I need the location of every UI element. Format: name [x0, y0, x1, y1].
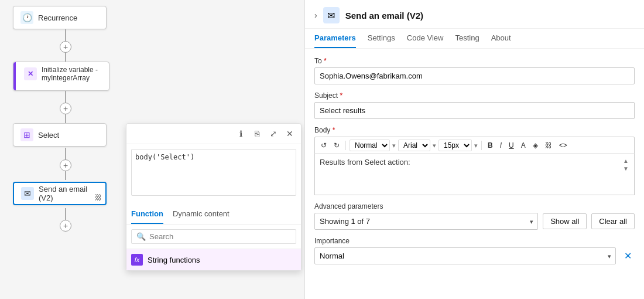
body-toolbar: ↺ ↻ Normal ▾ Arial ▾ 15px ▾ B I U [314, 137, 635, 154]
node-select[interactable]: ⊞ Select [13, 123, 107, 147]
importance-delete-button[interactable]: ✕ [621, 249, 635, 263]
right-panel-body: To * Subject * Body * ↺ ↻ Normal ▾ [305, 49, 644, 299]
font-chevron: ▾ [433, 142, 436, 150]
string-functions-icon: fx [131, 254, 143, 266]
popup-list-string-functions[interactable]: fx String functions [126, 249, 301, 270]
show-all-button[interactable]: Show all [543, 213, 587, 229]
init-icon: ✕ [24, 67, 37, 80]
popup-search-input[interactable] [149, 232, 291, 241]
popup-header: ℹ ⎘ ⤢ ✕ [126, 124, 301, 144]
node-recurrence-label: Recurrence [38, 13, 77, 22]
connector-line-2 [65, 91, 66, 103]
to-input[interactable] [314, 67, 635, 84]
node-init-variable[interactable]: ✕ Initialize variable - myIntegerArray [13, 62, 109, 91]
underline-button[interactable]: U [506, 140, 516, 151]
code-button[interactable]: <> [557, 140, 570, 151]
style-chevron: ▾ [392, 142, 396, 150]
subject-input[interactable] [314, 102, 635, 119]
importance-select-wrapper: Normal ▾ [314, 247, 616, 264]
right-panel-title: Send an email (V2) [345, 11, 423, 21]
purple-accent [13, 62, 16, 90]
font-select[interactable]: Arial [398, 140, 430, 151]
chain-link-icon: ⛓ [95, 193, 102, 202]
right-panel-tabs: Parameters Settings Code View Testing Ab… [305, 29, 644, 49]
showing-select-wrapper: Showing 1 of 7 ▾ [314, 213, 538, 230]
popup-content: body('Select') [126, 144, 301, 202]
connector-2: + [60, 91, 71, 123]
tab-about[interactable]: About [491, 29, 511, 48]
right-panel-header: › ✉ Send an email (V2) [305, 0, 644, 29]
popup-info-button[interactable]: ℹ [234, 127, 247, 140]
node-send-email[interactable]: ✉ Send an email (V2) ⛓ [13, 182, 107, 205]
tab-code-view[interactable]: Code View [407, 29, 444, 48]
importance-group: Importance Normal ▾ ✕ [314, 237, 635, 264]
advanced-params-label: Advanced parameters [314, 202, 635, 210]
to-label: To * [314, 57, 635, 65]
subject-label: Subject * [314, 91, 635, 100]
connector-line-1b [65, 53, 66, 62]
body-scrollbar[interactable]: ▲ ▼ [622, 158, 629, 172]
connector-line-3b [65, 171, 66, 180]
tab-testing[interactable]: Testing [455, 29, 479, 48]
tab-parameters[interactable]: Parameters [314, 29, 356, 48]
importance-select[interactable]: Normal [314, 247, 616, 264]
tab-function[interactable]: Function [131, 207, 163, 224]
subject-field-group: Subject * [314, 91, 635, 119]
connector-line-3 [65, 148, 66, 159]
node-email-label: Send an email (V2) [39, 185, 98, 202]
connector-line-1 [65, 29, 66, 41]
collapse-chevron[interactable]: › [314, 11, 317, 20]
popup-expand-button[interactable]: ⤢ [267, 127, 280, 140]
to-field-group: To * [314, 57, 635, 84]
search-icon: 🔍 [136, 232, 146, 241]
recurrence-icon: 🕐 [20, 11, 33, 24]
clear-all-button[interactable]: Clear all [591, 213, 635, 229]
right-panel: › ✉ Send an email (V2) Parameters Settin… [304, 0, 644, 299]
email-icon: ✉ [21, 187, 34, 200]
body-editor[interactable]: Results from Select action: ▲ ▼ [314, 154, 635, 195]
redo-button[interactable]: ↻ [331, 140, 342, 151]
style-select[interactable]: Normal [350, 140, 390, 151]
body-editor-text: Results from Select action: [320, 158, 622, 167]
popup-copy-button[interactable]: ⎘ [251, 127, 263, 140]
tab-settings[interactable]: Settings [368, 29, 395, 48]
scroll-down[interactable]: ▼ [623, 165, 629, 172]
body-field-group: Body * ↺ ↻ Normal ▾ Arial ▾ 15px ▾ B [314, 126, 635, 195]
workflow-canvas: 🕐 Recurrence + ✕ Initialize variable - m… [0, 0, 304, 299]
toolbar-sep-1 [345, 141, 346, 150]
toolbar-sep-2 [481, 141, 482, 150]
add-step-button-3[interactable]: + [60, 159, 71, 171]
popup-tabs: Function Dynamic content [126, 202, 301, 225]
size-chevron: ▾ [474, 142, 478, 150]
node-select-label: Select [38, 131, 59, 140]
connector-3: + [60, 148, 71, 180]
popup-formula-input[interactable]: body('Select') [131, 149, 296, 196]
select-icon: ⊞ [20, 128, 33, 141]
highlight-button[interactable]: ◈ [530, 140, 540, 151]
font-color-button[interactable]: A [519, 140, 528, 151]
popup-card: ℹ ⎘ ⤢ ✕ body('Select') Function Dynamic … [126, 123, 302, 271]
undo-button[interactable]: ↺ [318, 140, 329, 151]
italic-button[interactable]: I [498, 140, 504, 151]
connector-bottom: + [60, 208, 71, 232]
advanced-params-row: Showing 1 of 7 ▾ Show all Clear all [314, 213, 635, 230]
showing-select[interactable]: Showing 1 of 7 [314, 213, 538, 230]
add-step-button-bottom[interactable]: + [60, 220, 71, 232]
link-button[interactable]: ⛓ [543, 140, 554, 151]
advanced-params-group: Advanced parameters Showing 1 of 7 ▾ Sho… [314, 202, 635, 230]
popup-close-button[interactable]: ✕ [283, 127, 296, 140]
bold-button[interactable]: B [485, 140, 495, 151]
body-label: Body * [314, 126, 635, 134]
node-recurrence[interactable]: 🕐 Recurrence [13, 6, 107, 29]
importance-row: Normal ▾ ✕ [314, 247, 635, 264]
connector-line-bottom [65, 208, 66, 220]
string-functions-label: String functions [148, 256, 200, 264]
add-step-button-2[interactable]: + [60, 103, 71, 114]
scroll-up[interactable]: ▲ [623, 158, 629, 164]
email-action-icon: ✉ [323, 7, 340, 23]
add-step-button-1[interactable]: + [60, 41, 71, 53]
size-select[interactable]: 15px [439, 140, 472, 151]
tab-dynamic-content[interactable]: Dynamic content [173, 207, 229, 224]
connector-line-2b [65, 114, 66, 123]
node-init-label: Initialize variable - myIntegerArray [42, 66, 98, 82]
